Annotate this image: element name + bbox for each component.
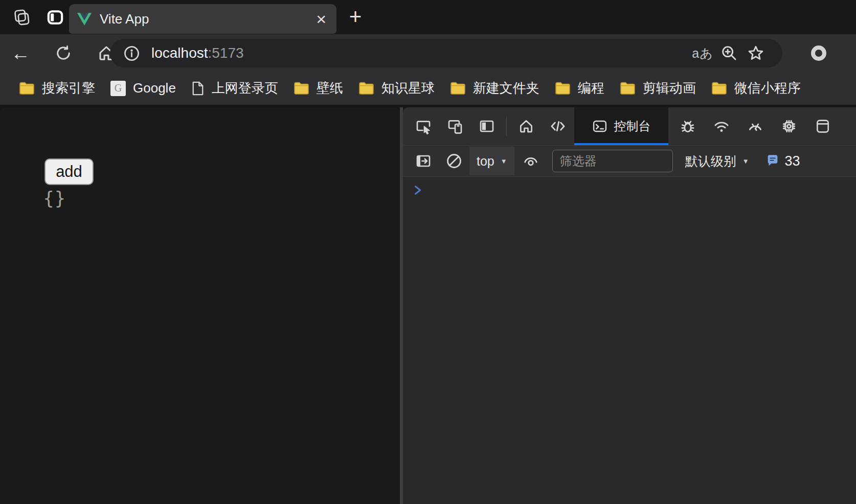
back-icon: ←: [11, 43, 30, 63]
active-tab-underline: [574, 143, 668, 145]
bookmark-label: 剪辑动画: [643, 79, 696, 97]
bookmark-google[interactable]: G Google: [103, 76, 184, 100]
console-toolbar: top ▼ 默认级别 ▼ 33: [403, 146, 856, 176]
folder-icon: [450, 82, 466, 95]
back-button[interactable]: ←: [8, 41, 33, 65]
bookmark-folder-search-engines[interactable]: 搜索引擎: [11, 75, 103, 101]
bookmark-label: 新建文件夹: [473, 79, 539, 97]
browser-tab[interactable]: Vite App ×: [69, 4, 336, 34]
folder-icon: [358, 82, 374, 95]
home-icon: [518, 118, 534, 134]
folder-icon: [620, 82, 636, 95]
profile-avatar[interactable]: [811, 45, 826, 61]
memory-chip-icon: [780, 118, 798, 135]
url-bar[interactable]: localhost:5173 aあ: [110, 39, 782, 67]
reload-icon: [54, 44, 73, 62]
main-area: add {}: [0, 105, 856, 504]
context-value: top: [477, 154, 494, 169]
translate-button[interactable]: aあ: [689, 41, 716, 65]
zoom-button[interactable]: [716, 41, 742, 65]
devtools-panel: 控制台: [403, 107, 856, 504]
translate-icon: aあ: [692, 45, 713, 62]
tab-network[interactable]: [709, 114, 734, 139]
dock-left-icon: [479, 118, 495, 134]
javascript-context-selector[interactable]: top ▼: [469, 147, 514, 175]
toolbar-separator: [506, 117, 507, 136]
bookmark-folder-new-folder[interactable]: 新建文件夹: [442, 75, 547, 101]
tab-performance[interactable]: [743, 114, 768, 139]
log-levels-dropdown[interactable]: 默认级别 ▼: [685, 153, 749, 170]
chevron-down-icon: ▼: [742, 157, 749, 165]
bookmark-login-page[interactable]: 上网登录页: [184, 75, 286, 101]
bookmark-label: 知识星球: [381, 79, 435, 97]
console-sidebar-button[interactable]: [411, 149, 436, 173]
dock-side-button[interactable]: [475, 114, 499, 139]
bookmark-folder-wallpaper[interactable]: 壁纸: [286, 75, 351, 101]
console-tab-label: 控制台: [614, 118, 651, 134]
tab-close-icon[interactable]: ×: [314, 10, 328, 28]
clear-icon: [445, 152, 463, 170]
sidebar-toggle-icon[interactable]: [45, 7, 65, 28]
performance-gauge-icon: [747, 118, 764, 135]
bookmark-label: 微信小程序: [734, 79, 801, 97]
console-sidebar-icon: [415, 153, 432, 169]
tab-application[interactable]: [810, 114, 835, 139]
element-picker-icon: [415, 118, 432, 134]
bookmark-label: Google: [133, 80, 176, 96]
live-expression-button[interactable]: [519, 149, 543, 173]
folder-icon: [555, 82, 571, 95]
new-tab-button[interactable]: +: [344, 5, 367, 29]
url-port: :5173: [208, 45, 244, 61]
bookmark-folder-wechat-miniprogram[interactable]: 微信小程序: [704, 75, 808, 101]
url-text: localhost:5173: [151, 45, 689, 61]
clear-console-button[interactable]: [442, 149, 466, 173]
console-output-area[interactable]: [403, 176, 856, 504]
url-host: localhost: [151, 45, 208, 61]
bookmark-folder-zhishixingqiu[interactable]: 知识星球: [351, 75, 442, 101]
responsive-devices-icon: [447, 118, 463, 134]
folder-icon: [19, 82, 35, 95]
message-bubble-icon: [765, 154, 780, 168]
vue-logo-icon: [77, 13, 92, 26]
bookmark-star-button[interactable]: [742, 41, 769, 65]
application-window-icon: [815, 118, 831, 134]
console-filter-input[interactable]: [552, 150, 673, 172]
inspect-element-button[interactable]: [411, 114, 436, 139]
tab-elements[interactable]: [546, 114, 570, 139]
bookmark-label: 壁纸: [317, 79, 343, 97]
tab-memory[interactable]: [777, 114, 801, 139]
object-preview-text: {}: [43, 188, 66, 209]
chevron-down-icon: ▼: [501, 157, 507, 165]
reload-button[interactable]: [51, 41, 76, 65]
eye-icon: [522, 152, 539, 170]
bug-icon: [680, 118, 696, 134]
browser-navbar: ← localhost:5173 aあ: [0, 34, 856, 72]
console-prompt-icon: [412, 184, 423, 196]
web-content: add {}: [0, 107, 400, 504]
browser-titlebar: Vite App × +: [0, 0, 856, 34]
bookmark-label: 搜索引擎: [42, 79, 95, 97]
site-info-icon[interactable]: [123, 45, 140, 62]
tab-console-active[interactable]: 控制台: [574, 107, 668, 145]
tab-sources[interactable]: [675, 114, 700, 139]
folder-icon: [294, 82, 309, 95]
page-icon: [191, 81, 205, 96]
device-toolbar-button[interactable]: [443, 114, 467, 139]
code-brackets-icon: [549, 118, 567, 135]
add-button[interactable]: add: [44, 158, 94, 185]
bookmark-label: 编程: [578, 79, 604, 97]
console-icon: [592, 119, 607, 134]
zoom-in-icon: [720, 44, 738, 62]
star-icon: [747, 44, 764, 62]
wifi-icon: [713, 118, 730, 135]
bookmark-folder-video-editing[interactable]: 剪辑动画: [612, 75, 704, 101]
tab-stacks-icon[interactable]: [11, 7, 32, 28]
bookmark-label: 上网登录页: [212, 79, 278, 97]
levels-label: 默认级别: [685, 153, 736, 170]
bookmark-folder-programming[interactable]: 编程: [547, 75, 612, 101]
console-message-count[interactable]: 33: [765, 153, 800, 169]
folder-icon: [711, 82, 727, 95]
tab-welcome[interactable]: [514, 114, 538, 139]
devtools-tab-icons: [675, 107, 835, 145]
message-count-value: 33: [785, 153, 800, 169]
